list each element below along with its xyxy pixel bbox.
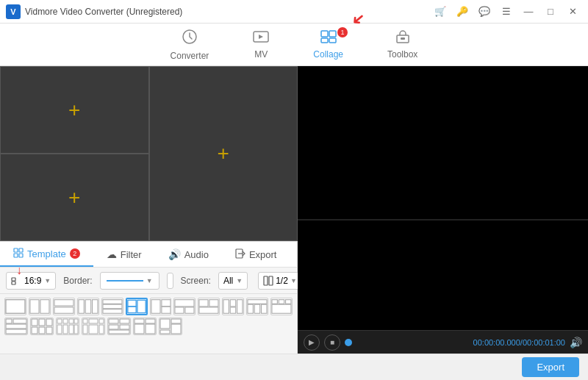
svg-rect-67 (57, 325, 62, 334)
svg-rect-46 (248, 304, 253, 313)
svg-rect-51 (286, 300, 291, 304)
svg-rect-34 (161, 306, 170, 313)
tab-filter[interactable]: ☁ Filter (93, 242, 155, 267)
svg-rect-68 (63, 325, 68, 334)
svg-rect-7 (401, 37, 405, 40)
collage-cell-bl[interactable]: + (0, 154, 149, 241)
border-preview (107, 280, 143, 282)
template-row-1 (4, 298, 293, 315)
cart-button[interactable]: 🛒 (431, 4, 450, 19)
layout-ratio-selector[interactable]: 1/2 ▼ (258, 272, 302, 290)
svg-rect-85 (146, 324, 155, 334)
svg-rect-47 (254, 304, 259, 313)
svg-rect-65 (69, 319, 74, 323)
content-row: + + + Template 2 (0, 66, 588, 354)
svg-rect-50 (279, 300, 284, 304)
close-button[interactable]: ✕ (563, 4, 582, 19)
volume-icon[interactable]: 🔊 (570, 337, 582, 348)
mv-icon (253, 30, 269, 47)
svg-rect-10 (14, 254, 18, 257)
tabs-bar: Template 2 ↓ ☁ Filter 🔊 Audio (0, 241, 297, 268)
chat-button[interactable]: 💬 (475, 4, 494, 19)
tmpl-2[interactable] (29, 298, 51, 315)
svg-rect-35 (175, 300, 194, 306)
menu-button[interactable]: ☰ (497, 4, 516, 19)
layout-arrow: ▼ (290, 277, 297, 284)
app-logo: V (6, 4, 21, 19)
minimize-button[interactable]: — (519, 4, 538, 19)
nav-toolbox[interactable]: Toolbox (380, 27, 425, 62)
collage-cell-tl[interactable]: + (0, 66, 149, 154)
svg-rect-16 (264, 276, 268, 285)
seek-indicator[interactable] (345, 339, 352, 346)
tmpl-6[interactable] (126, 298, 148, 315)
key-button[interactable]: 🔑 (453, 4, 472, 19)
play-button[interactable]: ▶ (304, 334, 320, 351)
svg-rect-87 (171, 319, 181, 323)
templates-grid (0, 294, 297, 354)
svg-rect-84 (135, 324, 144, 334)
top-nav: Converter MV Collage 1 ➜ Toolbox (0, 24, 588, 66)
mv-label: MV (254, 49, 268, 60)
svg-rect-18 (6, 300, 25, 314)
tab-template[interactable]: Template 2 ↓ (0, 242, 93, 267)
border-selector[interactable]: ▼ (100, 272, 159, 290)
nav-mv[interactable]: MV (245, 27, 276, 62)
svg-rect-63 (57, 319, 62, 323)
app-wrapper: V Vidmore Video Converter (Unregistered)… (0, 0, 588, 380)
screen-value: All (223, 276, 233, 286)
title-bar: V Vidmore Video Converter (Unregistered)… (0, 0, 588, 24)
svg-rect-40 (199, 307, 218, 313)
svg-rect-30 (127, 306, 135, 313)
tmpl-8[interactable] (173, 298, 196, 315)
tmpl-17[interactable] (107, 318, 131, 335)
collage-cell-right[interactable]: + (149, 66, 298, 241)
svg-rect-62 (46, 327, 52, 334)
tmpl-18[interactable] (133, 318, 157, 335)
tmpl-11[interactable] (246, 298, 268, 315)
tab-template-label: Template (27, 248, 66, 259)
tmpl-14[interactable] (30, 318, 54, 335)
tmpl-1[interactable] (4, 298, 26, 315)
layout-icon (263, 276, 273, 286)
converter-icon (182, 29, 198, 49)
tmpl-3[interactable] (53, 298, 75, 315)
app-title: Vidmore Video Converter (Unregistered) (25, 7, 431, 17)
collage-label: Collage (313, 49, 343, 60)
svg-rect-57 (32, 319, 37, 326)
nav-collage[interactable]: Collage 1 ➜ (306, 27, 351, 62)
svg-rect-26 (103, 300, 122, 304)
tmpl-13[interactable] (4, 318, 28, 335)
svg-rect-55 (6, 324, 26, 329)
tmpl-9[interactable] (198, 298, 220, 315)
nav-converter[interactable]: Converter (163, 26, 217, 64)
tmpl-7[interactable] (150, 298, 172, 315)
svg-rect-15 (12, 282, 15, 284)
stop-button[interactable]: ■ (324, 334, 340, 351)
tmpl-19[interactable] (159, 318, 182, 335)
tmpl-5[interactable] (101, 298, 123, 315)
svg-rect-89 (160, 330, 170, 334)
svg-rect-69 (69, 325, 74, 334)
svg-rect-5 (329, 38, 336, 43)
export-button[interactable]: Export (522, 357, 579, 377)
tab-export[interactable]: Export (222, 242, 290, 267)
screen-selector[interactable]: All ▼ (218, 272, 248, 290)
tab-audio[interactable]: 🔊 Audio (155, 242, 222, 267)
tmpl-16[interactable] (82, 318, 105, 335)
collage-badge: 1 (337, 27, 348, 37)
svg-rect-52 (272, 304, 291, 313)
tmpl-10[interactable] (222, 298, 244, 315)
maximize-button[interactable]: □ (541, 4, 560, 19)
ratio-selector[interactable]: 16:9 ▼ (6, 272, 56, 290)
tmpl-12[interactable] (270, 298, 293, 315)
svg-rect-21 (54, 300, 74, 306)
tmpl-15[interactable] (56, 318, 79, 335)
border-grid-btn[interactable] (167, 273, 173, 289)
svg-rect-44 (231, 307, 236, 313)
left-panel: + + + Template 2 (0, 66, 298, 354)
tmpl-4[interactable] (77, 298, 99, 315)
svg-rect-4 (321, 38, 328, 43)
title-controls: 🛒 🔑 💬 ☰ — □ ✕ (431, 4, 582, 19)
svg-rect-27 (103, 304, 122, 309)
